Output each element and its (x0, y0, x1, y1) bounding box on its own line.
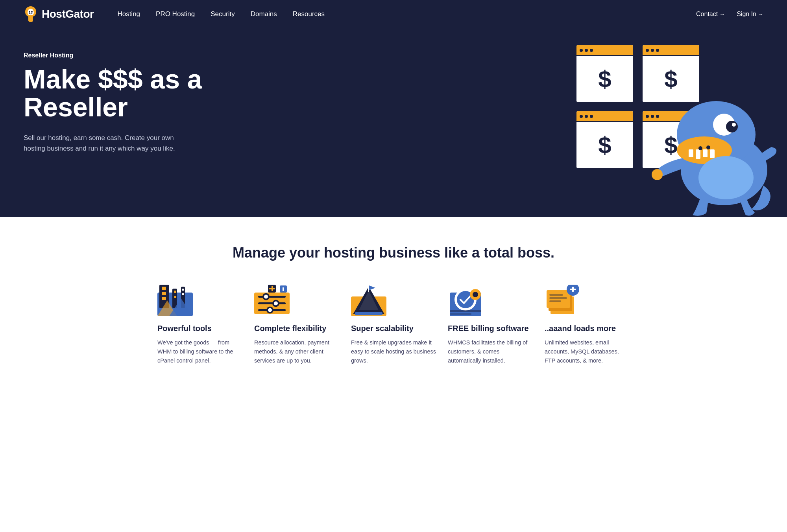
svg-point-13 (698, 156, 754, 199)
contact-link[interactable]: Contact → (696, 11, 725, 18)
logo[interactable]: HostGator (24, 6, 94, 23)
nav-link-hosting[interactable]: Hosting (117, 10, 140, 18)
features-heading: Manage your hosting business like a tota… (24, 245, 763, 261)
feature-flexibility-title: Complete flexibility (254, 323, 339, 333)
svg-point-12 (652, 169, 663, 180)
contact-arrow-icon: → (719, 11, 725, 17)
svg-point-32 (264, 295, 268, 299)
svg-rect-19 (162, 292, 166, 295)
svg-rect-8 (689, 149, 693, 157)
svg-point-35 (274, 302, 278, 306)
nav-link-pro-hosting[interactable]: PRO Hosting (156, 10, 195, 18)
svg-rect-43 (283, 287, 284, 291)
feature-scalability-desc: Free & simple upgrades make it easy to s… (351, 338, 436, 366)
svg-point-6 (726, 121, 738, 133)
hero-subtitle: Sell our hosting, earn some cash. Create… (24, 133, 189, 154)
flexibility-icon (254, 285, 290, 316)
svg-rect-11 (710, 149, 715, 158)
svg-rect-30 (258, 296, 286, 298)
signin-arrow-icon: → (758, 11, 763, 17)
feature-scalability: Super scalability Free & simple upgrades… (351, 285, 436, 366)
svg-rect-53 (450, 310, 481, 312)
svg-rect-65 (570, 289, 576, 290)
svg-rect-62 (549, 300, 561, 302)
svg-point-56 (473, 292, 478, 297)
svg-point-14 (698, 146, 702, 150)
feature-tools-title: Powerful tools (157, 323, 242, 333)
svg-rect-49 (355, 312, 382, 315)
nav-link-domains[interactable]: Domains (251, 10, 277, 18)
tools-icon (157, 285, 193, 316)
hero-section: Reseller Hosting Make $$$ as a Reseller … (0, 28, 787, 217)
svg-rect-10 (703, 149, 708, 157)
svg-rect-25 (182, 289, 184, 291)
scalability-icon (351, 285, 386, 316)
svg-rect-41 (269, 288, 275, 289)
feature-billing-desc: WHMCS facilitates the billing of custome… (448, 338, 533, 366)
svg-rect-18 (162, 287, 166, 290)
svg-rect-22 (174, 291, 176, 293)
money-window-3: $ (575, 110, 634, 169)
svg-rect-23 (174, 296, 176, 298)
feature-billing: FREE billing software WHMCS facilitates … (448, 285, 533, 366)
svg-rect-47 (368, 285, 369, 292)
feature-flexibility: Complete flexibility Resource allocation… (254, 285, 339, 366)
billing-icon (448, 285, 483, 316)
nav-link-security[interactable]: Security (211, 10, 235, 18)
svg-rect-59 (547, 290, 570, 308)
nav-actions: Contact → Sign In → (696, 11, 763, 18)
svg-rect-9 (696, 149, 700, 159)
svg-point-0 (29, 11, 30, 13)
feature-tools: Powerful tools We've got the goods — fro… (157, 285, 242, 366)
feature-more: ..aaand loads more Unlimited websites, e… (545, 285, 630, 366)
gator-mascot (645, 68, 779, 217)
feature-tools-desc: We've got the goods — from WHM to billin… (157, 338, 242, 366)
feature-billing-title: FREE billing software (448, 323, 533, 333)
feature-more-desc: Unlimited websites, email accounts, MySQ… (545, 338, 630, 366)
svg-marker-48 (369, 285, 375, 290)
hero-eyebrow: Reseller Hosting (24, 52, 244, 59)
svg-rect-60 (549, 294, 563, 296)
svg-point-38 (268, 308, 272, 312)
more-icon (545, 285, 580, 316)
hostgator-logo-icon (24, 6, 38, 23)
svg-rect-33 (258, 302, 286, 304)
svg-point-7 (732, 123, 736, 127)
svg-rect-26 (182, 293, 184, 295)
hero-content: Reseller Hosting Make $$$ as a Reseller … (24, 52, 244, 185)
svg-rect-61 (549, 297, 567, 299)
hero-title: Make $$$ as a Reseller (24, 65, 244, 121)
logo-text: HostGator (42, 8, 94, 20)
svg-rect-20 (162, 297, 166, 300)
nav-links: Hosting PRO Hosting Security Domains Res… (117, 10, 696, 18)
feature-scalability-title: Super scalability (351, 323, 436, 333)
features-grid: Powerful tools We've got the goods — fro… (157, 285, 630, 366)
features-section: Manage your hosting business like a tota… (0, 217, 787, 389)
svg-point-1 (31, 11, 33, 13)
main-nav: HostGator Hosting PRO Hosting Security D… (0, 0, 787, 28)
svg-rect-54 (450, 313, 471, 315)
signin-link[interactable]: Sign In → (737, 11, 763, 18)
feature-more-title: ..aaand loads more (545, 323, 630, 333)
svg-point-15 (706, 145, 710, 149)
nav-link-resources[interactable]: Resources (293, 10, 325, 18)
feature-flexibility-desc: Resource allocation, payment methods, & … (254, 338, 339, 366)
money-window-1: $ (575, 44, 634, 103)
